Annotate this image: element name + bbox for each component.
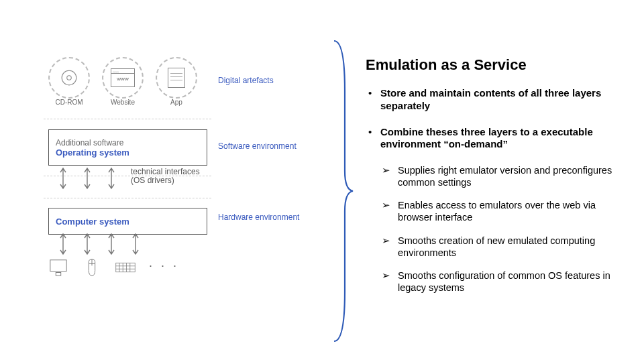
interface-arrows — [58, 167, 116, 190]
layer-label-hw-env: Hardware environment — [218, 213, 299, 222]
ellipsis: · · · — [149, 259, 179, 277]
slide-root: CD-ROM ○○○www Website App Digital artefa… — [0, 0, 644, 362]
divider — [44, 119, 211, 119]
hardware-arrows — [58, 233, 140, 255]
svg-rect-3 — [56, 272, 60, 276]
artefact-label: App — [156, 99, 197, 106]
artefact-label: Website — [102, 99, 144, 106]
hardware-env-box: Computer system — [48, 208, 207, 235]
sub-bullet-item: Supplies right emulator version and prec… — [379, 164, 621, 188]
double-arrow-icon — [107, 233, 116, 255]
curly-brace — [329, 37, 354, 345]
layer-diagram: CD-ROM ○○○www Website App Digital artefa… — [44, 57, 329, 339]
slide-title: Emulation as a Service — [366, 56, 621, 74]
svg-rect-2 — [50, 260, 66, 272]
layer-label-sw-env: Software environment — [218, 141, 297, 151]
browser-window-icon: ○○○www — [111, 68, 135, 87]
mouse-icon — [82, 258, 102, 277]
box-line: Additional software — [56, 138, 123, 147]
double-arrow-icon — [107, 167, 116, 190]
bullet-item: Store and maintain contents of all three… — [366, 87, 621, 113]
double-arrow-icon — [131, 233, 140, 255]
double-arrow-icon — [58, 233, 68, 255]
sub-bullet-list: Supplies right emulator version and prec… — [366, 164, 621, 294]
artefact-label: CD-ROM — [48, 99, 90, 106]
layer-label-artefacts: Digital artefacts — [218, 76, 274, 85]
box-line: Computer system — [56, 217, 129, 227]
document-icon — [168, 68, 185, 88]
monitor-icon — [48, 258, 68, 277]
artefact-website: ○○○www Website — [102, 57, 144, 97]
double-arrow-icon — [83, 233, 92, 255]
divider — [44, 198, 211, 198]
sub-bullet-item: Smooths configuration of common OS featu… — [379, 269, 621, 294]
software-env-box: Additional software Operating system — [48, 129, 207, 166]
box-line: Operating system — [56, 147, 129, 158]
sub-bullet-item: Enables access to emulators over the web… — [379, 199, 621, 223]
hardware-icons-row: · · · — [48, 258, 179, 277]
svg-point-0 — [62, 70, 76, 85]
artefact-cdrom: CD-ROM — [48, 57, 90, 97]
double-arrow-icon — [83, 167, 92, 190]
interfaces-label: technical interfaces (OS drivers) — [131, 168, 200, 185]
digital-artefacts-row: CD-ROM ○○○www Website App — [48, 57, 197, 97]
disc-icon — [60, 69, 78, 86]
double-arrow-icon — [58, 167, 68, 190]
bullet-list: Store and maintain contents of all three… — [366, 87, 621, 151]
svg-rect-4 — [116, 263, 136, 272]
bullet-item: Combine theses three layers to a executa… — [366, 126, 621, 152]
text-column: Emulation as a Service Store and maintai… — [366, 56, 621, 304]
svg-point-1 — [67, 76, 72, 80]
keyboard-icon — [115, 258, 136, 277]
artefact-app: App — [156, 57, 197, 97]
sub-bullet-item: Smooths creation of new emulated computi… — [379, 235, 621, 259]
